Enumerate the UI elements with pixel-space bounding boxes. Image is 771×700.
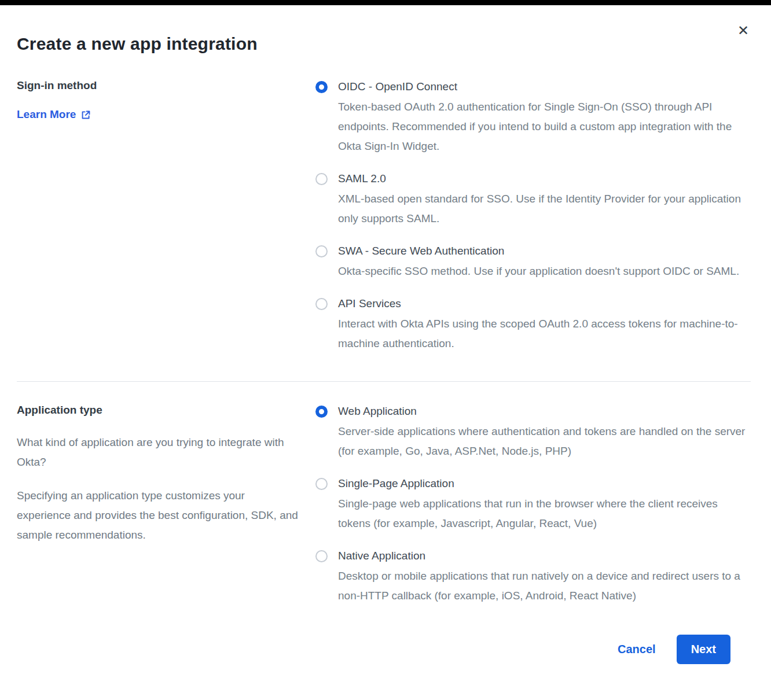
option-title: API Services [338, 296, 746, 311]
application-type-label: Application type [17, 404, 315, 417]
option-title: SAML 2.0 [338, 171, 746, 186]
radio-option-oidc[interactable]: OIDC - OpenID Connect Token-based OAuth … [315, 79, 751, 156]
application-type-options: Web Application Server-side applications… [315, 404, 751, 606]
radio-swa[interactable] [315, 245, 328, 257]
option-description: Server-side applications where authentic… [338, 422, 746, 461]
radio-option-api-services[interactable]: API Services Interact with Okta APIs usi… [315, 296, 751, 353]
dialog-footer: Cancel Next [17, 635, 751, 664]
radio-native-app[interactable] [315, 550, 328, 562]
cancel-button[interactable]: Cancel [618, 643, 656, 656]
option-title: Single-Page Application [338, 476, 746, 491]
learn-more-label: Learn More [17, 108, 76, 121]
signin-method-options: OIDC - OpenID Connect Token-based OAuth … [315, 79, 751, 353]
radio-option-saml[interactable]: SAML 2.0 XML-based open standard for SSO… [315, 171, 751, 229]
radio-option-swa[interactable]: SWA - Secure Web Authentication Okta-spe… [315, 244, 751, 281]
radio-web-app[interactable] [315, 406, 328, 418]
option-description: Okta-specific SSO method. Use if your ap… [338, 261, 739, 281]
application-type-note: Specifying an application type customize… [17, 486, 300, 545]
signin-method-section: Sign-in method Learn More OIDC - OpenID … [17, 79, 751, 353]
page-title: Create a new app integration [17, 5, 751, 54]
radio-spa[interactable] [315, 478, 328, 490]
option-title: SWA - Secure Web Authentication [338, 244, 739, 259]
option-description: Token-based OAuth 2.0 authentication for… [338, 97, 746, 156]
option-description: Interact with Okta APIs using the scoped… [338, 314, 746, 353]
radio-option-native-app[interactable]: Native Application Desktop or mobile app… [315, 548, 751, 606]
option-description: Single-page web applications that run in… [338, 494, 746, 533]
application-type-question: What kind of application are you trying … [17, 433, 300, 472]
option-title: Web Application [338, 404, 746, 419]
section-divider [17, 381, 751, 382]
next-button[interactable]: Next [677, 635, 730, 664]
radio-option-web-app[interactable]: Web Application Server-side applications… [315, 404, 751, 461]
option-title: Native Application [338, 548, 746, 563]
create-app-integration-dialog: ✕ Create a new app integration Sign-in m… [0, 5, 771, 664]
radio-option-spa[interactable]: Single-Page Application Single-page web … [315, 476, 751, 533]
top-black-bar [0, 0, 771, 5]
signin-method-left-column: Sign-in method Learn More [17, 79, 315, 353]
radio-api-services[interactable] [315, 298, 328, 310]
application-type-section: Application type What kind of applicatio… [17, 404, 751, 606]
external-link-icon [81, 110, 91, 120]
signin-method-label: Sign-in method [17, 79, 315, 92]
close-icon[interactable]: ✕ [735, 23, 751, 39]
application-type-left-column: Application type What kind of applicatio… [17, 404, 315, 606]
learn-more-link[interactable]: Learn More [17, 108, 91, 121]
radio-saml[interactable] [315, 173, 328, 185]
option-description: Desktop or mobile applications that run … [338, 566, 746, 606]
radio-oidc[interactable] [315, 81, 328, 93]
option-title: OIDC - OpenID Connect [338, 79, 746, 94]
option-description: XML-based open standard for SSO. Use if … [338, 189, 746, 229]
